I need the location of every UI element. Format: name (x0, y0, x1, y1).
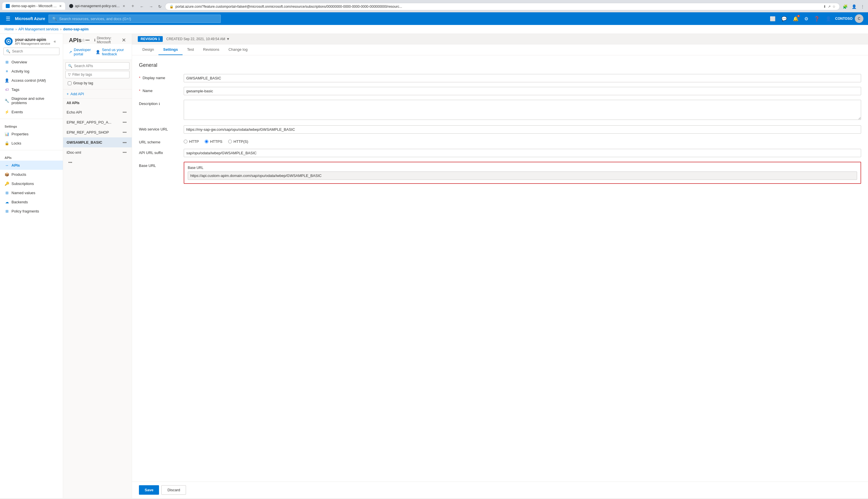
apis-list-header: All APIs (63, 99, 132, 107)
menu-button[interactable]: ⋮ (859, 3, 866, 10)
sidebar-nav-subscriptions[interactable]: 🔑 Subscriptions (0, 179, 63, 188)
inactive-tab-close[interactable]: ✕ (122, 4, 125, 8)
tab-test[interactable]: Test (182, 45, 199, 55)
apis-search-input[interactable] (74, 64, 127, 68)
breadcrumb-home[interactable]: Home (4, 27, 14, 31)
url-scheme-http-radio[interactable] (184, 140, 188, 143)
echo-api-menu[interactable]: ••• (121, 110, 128, 115)
sidebar-nav-overview[interactable]: ⊞ Overview (0, 57, 63, 66)
active-tab[interactable]: demo-sap-apim - Microsoft Azur... ✕ (2, 2, 65, 10)
sidebar-nav-policy-fragments[interactable]: ⊞ Policy fragments (0, 206, 63, 216)
epm-shop-menu[interactable]: ••• (121, 130, 128, 135)
revision-info: CREATED Sep 22, 2021, 10:49:54 AM ▼ (166, 37, 230, 41)
sidebar-nav-named-values[interactable]: ⊞ Named values (0, 188, 63, 197)
url-scheme-https-paren-radio[interactable] (228, 140, 232, 143)
api-list-item-more[interactable]: ••• (63, 157, 132, 168)
add-api-button[interactable]: + Add API (63, 89, 132, 99)
breadcrumb-apim[interactable]: API Management services (19, 27, 59, 31)
sidebar: your-azure-apim API Management service «… (0, 34, 63, 498)
more-menu[interactable]: ••• (67, 160, 74, 165)
form-row-base-url: Base URL Base URL https://api.custom-api… (139, 162, 861, 184)
name-input[interactable] (184, 87, 861, 95)
api-url-suffix-input[interactable] (184, 149, 861, 157)
epm-po-menu[interactable]: ••• (121, 120, 128, 125)
tab-settings[interactable]: Settings (158, 45, 182, 55)
web-service-url-control (184, 125, 861, 134)
url-scheme-https[interactable]: HTTPS (205, 139, 223, 144)
azure-search-input[interactable] (59, 17, 217, 21)
sidebar-collapse-button[interactable]: « (52, 38, 57, 45)
notifications-button[interactable]: 🔔1 (791, 14, 800, 23)
api-list-item-epm-po[interactable]: EPM_REF_APPS_PO_A... ••• (63, 117, 132, 127)
tab-revisions[interactable]: Revisions (199, 45, 224, 55)
api-url-suffix-label: API URL suffix (139, 149, 179, 155)
settings-section-label: Settings (0, 121, 63, 129)
sidebar-search[interactable]: 🔍 (3, 48, 59, 55)
sidebar-nav-activity-log[interactable]: ≡ Activity log (0, 66, 63, 76)
sidebar-nav-access-control[interactable]: 👤 Access control (IAM) (0, 76, 63, 85)
profile-button[interactable]: 👤 (851, 3, 858, 10)
save-button[interactable]: Save (139, 485, 159, 495)
user-button[interactable]: 👤 (824, 14, 833, 23)
active-tab-close[interactable]: ✕ (59, 4, 62, 8)
url-scheme-label: URL scheme (139, 138, 179, 144)
api-list-item-echo[interactable]: Echo API ••• (63, 107, 132, 117)
settings-content: General * Display name * Name (132, 55, 868, 482)
sidebar-nav-locks[interactable]: 🔒 Locks (0, 138, 63, 148)
sidebar-nav-properties[interactable]: 📊 Properties (0, 129, 63, 138)
back-button[interactable]: ← (138, 3, 145, 10)
base-url-control: Base URL https://api.custom-apim.domain.… (184, 162, 861, 184)
tab-design[interactable]: Design (138, 45, 158, 55)
sidebar-nav-apis[interactable]: ↔ APIs (0, 161, 63, 170)
cloud-shell-button[interactable]: ⬜ (768, 14, 777, 23)
inactive-tab[interactable]: api-management-policy-snippet... ✕ (66, 2, 129, 10)
close-panel-button[interactable]: ✕ (122, 37, 126, 43)
forward-button[interactable]: → (147, 3, 155, 10)
revision-chevron-icon[interactable]: ▼ (226, 37, 230, 41)
developer-portal-link[interactable]: ↗ Developer portal (69, 48, 91, 56)
apis-star-button[interactable]: ☆ (82, 38, 85, 42)
apis-search-box[interactable]: 🔍 (66, 62, 129, 70)
sidebar-nav-backends[interactable]: ☁ Backends (0, 197, 63, 206)
new-tab-button[interactable]: + (129, 2, 136, 10)
azure-search-bar[interactable]: 🔍 (48, 15, 221, 23)
api-list-item-idoc[interactable]: iDoc-xml ••• (63, 147, 132, 157)
sidebar-nav-diagnose[interactable]: 🔧 Diagnose and solve problems (0, 94, 63, 107)
star-icon[interactable]: ☆ (832, 4, 835, 9)
apis-more-button[interactable]: ••• (85, 38, 90, 42)
url-scheme-https-radio[interactable] (205, 140, 209, 143)
groupby-checkbox[interactable] (68, 82, 71, 85)
display-name-input[interactable] (184, 74, 861, 82)
address-bar[interactable]: 🔒 portal.azure.com/?feature.customportal… (165, 3, 840, 10)
settings-button[interactable]: ⚙ (802, 14, 810, 23)
tab-changelog[interactable]: Change log (224, 45, 252, 55)
apis-groupby[interactable]: Group by tag (66, 80, 129, 87)
sidebar-nav-events[interactable]: ⚡ Events (0, 107, 63, 117)
feedback-link[interactable]: 👤 Send us your feedback (96, 48, 126, 56)
breadcrumb-current[interactable]: demo-sap-apim (63, 27, 89, 31)
url-scheme-http[interactable]: HTTP (184, 139, 199, 144)
extensions-button[interactable]: 🧩 (842, 3, 849, 10)
apis-list: All APIs Echo API ••• EPM_REF_APPS_PO_A.… (63, 99, 132, 498)
apis-filter-box[interactable]: ▽ (66, 71, 129, 78)
avatar[interactable]: C (855, 14, 864, 23)
feedback-button[interactable]: 💬 (780, 14, 789, 23)
address-text: portal.azure.com/?feature.customportal=f… (175, 4, 821, 9)
description-textarea[interactable] (184, 100, 861, 120)
discard-button[interactable]: Discard (161, 485, 186, 495)
reload-button[interactable]: ↻ (156, 3, 163, 10)
apis-filter-input[interactable] (72, 73, 127, 76)
api-list-item-gwsample[interactable]: GWSAMPLE_BASIC ••• (63, 137, 132, 147)
url-scheme-https-paren[interactable]: HTTP(S) (228, 139, 248, 144)
sidebar-nav-tags[interactable]: 🏷 Tags (0, 85, 63, 94)
hamburger-button[interactable]: ☰ (4, 14, 11, 23)
help-button[interactable]: ❓ (812, 14, 821, 23)
web-service-url-input[interactable] (184, 125, 861, 134)
description-info-icon[interactable]: ℹ (159, 102, 160, 106)
gwsample-menu[interactable]: ••• (121, 140, 128, 145)
sidebar-search-input[interactable] (12, 49, 57, 53)
named-values-icon: ⊞ (4, 191, 9, 195)
sidebar-nav-products[interactable]: 📦 Products (0, 170, 63, 179)
api-list-item-epm-shop[interactable]: EPM_REF_APPS_SHOP ••• (63, 127, 132, 137)
idoc-menu[interactable]: ••• (121, 150, 128, 155)
